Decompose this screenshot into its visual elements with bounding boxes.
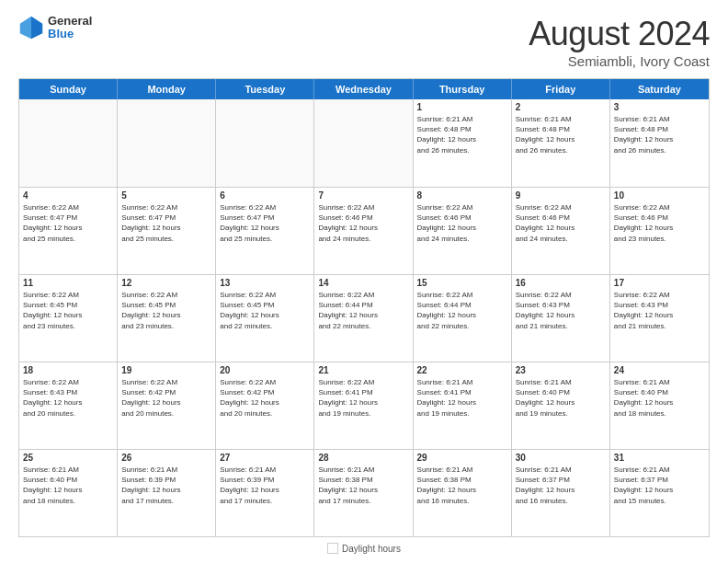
day-info: Sunrise: 6:21 AMSunset: 6:39 PMDaylight:… [121, 465, 211, 506]
header: General Blue August 2024 Semiambli, Ivor… [18, 15, 710, 69]
calendar-cell: 18Sunrise: 6:22 AMSunset: 6:43 PMDayligh… [19, 362, 118, 449]
day-info: Sunrise: 6:22 AMSunset: 6:46 PMDaylight:… [417, 202, 507, 244]
day-number: 6 [220, 190, 310, 201]
day-number: 30 [516, 453, 606, 463]
day-info: Sunrise: 6:22 AMSunset: 6:43 PMDaylight:… [614, 290, 705, 331]
calendar-header: SundayMondayTuesdayWednesdayThursdayFrid… [19, 79, 709, 99]
calendar-cell: 4Sunrise: 6:22 AMSunset: 6:47 PMDaylight… [19, 188, 118, 274]
day-number: 1 [417, 102, 507, 112]
day-number: 3 [614, 102, 705, 112]
calendar-day-header: Tuesday [216, 79, 314, 99]
day-number: 19 [121, 365, 211, 375]
day-number: 8 [417, 190, 507, 201]
calendar-cell: 6Sunrise: 6:22 AMSunset: 6:47 PMDaylight… [216, 188, 314, 274]
day-number: 5 [121, 190, 211, 201]
calendar-week: 4Sunrise: 6:22 AMSunset: 6:47 PMDaylight… [19, 187, 709, 274]
day-info: Sunrise: 6:21 AMSunset: 6:40 PMDaylight:… [516, 377, 606, 419]
calendar-week: 18Sunrise: 6:22 AMSunset: 6:43 PMDayligh… [19, 362, 709, 449]
calendar-cell: 31Sunrise: 6:21 AMSunset: 6:37 PMDayligh… [610, 450, 709, 536]
day-info: Sunrise: 6:22 AMSunset: 6:46 PMDaylight:… [318, 202, 408, 244]
day-info: Sunrise: 6:22 AMSunset: 6:44 PMDaylight:… [318, 290, 408, 331]
calendar-day-header: Friday [512, 79, 610, 99]
day-number: 9 [516, 190, 606, 201]
day-info: Sunrise: 6:21 AMSunset: 6:48 PMDaylight:… [516, 114, 606, 155]
day-number: 23 [516, 365, 606, 375]
calendar-cell: 28Sunrise: 6:21 AMSunset: 6:38 PMDayligh… [314, 450, 413, 536]
calendar-cell: 30Sunrise: 6:21 AMSunset: 6:37 PMDayligh… [512, 450, 610, 536]
logo-text: General Blue [48, 15, 92, 41]
day-number: 21 [318, 365, 408, 375]
logo-general: General [48, 15, 92, 28]
calendar-cell [216, 99, 314, 187]
day-info: Sunrise: 6:21 AMSunset: 6:37 PMDaylight:… [614, 465, 705, 506]
calendar-cell: 13Sunrise: 6:22 AMSunset: 6:45 PMDayligh… [216, 275, 314, 362]
day-info: Sunrise: 6:22 AMSunset: 6:43 PMDaylight:… [23, 377, 113, 419]
calendar-cell [118, 99, 216, 187]
footer: Daylight hours [18, 543, 710, 554]
day-number: 27 [220, 453, 310, 463]
calendar-cell: 20Sunrise: 6:22 AMSunset: 6:42 PMDayligh… [216, 362, 314, 449]
calendar-cell: 7Sunrise: 6:22 AMSunset: 6:46 PMDaylight… [314, 188, 413, 274]
day-info: Sunrise: 6:22 AMSunset: 6:46 PMDaylight:… [614, 202, 705, 244]
calendar-cell: 12Sunrise: 6:22 AMSunset: 6:45 PMDayligh… [118, 275, 216, 362]
day-number: 28 [318, 453, 408, 463]
calendar-day-header: Saturday [610, 79, 709, 99]
calendar-cell: 22Sunrise: 6:21 AMSunset: 6:41 PMDayligh… [414, 362, 512, 449]
calendar-cell: 11Sunrise: 6:22 AMSunset: 6:45 PMDayligh… [19, 275, 118, 362]
calendar-day-header: Thursday [414, 79, 512, 99]
day-number: 15 [417, 278, 507, 288]
day-number: 31 [614, 453, 705, 463]
logo-icon [18, 15, 44, 40]
calendar-cell: 21Sunrise: 6:22 AMSunset: 6:41 PMDayligh… [314, 362, 413, 449]
calendar-cell: 10Sunrise: 6:22 AMSunset: 6:46 PMDayligh… [610, 188, 709, 274]
title-block: August 2024 Semiambli, Ivory Coast [529, 15, 710, 69]
day-number: 12 [121, 278, 211, 288]
day-info: Sunrise: 6:22 AMSunset: 6:41 PMDaylight:… [318, 377, 408, 419]
calendar-cell [19, 99, 118, 187]
day-number: 4 [23, 190, 113, 201]
day-info: Sunrise: 6:22 AMSunset: 6:42 PMDaylight:… [121, 377, 211, 419]
page-subtitle: Semiambli, Ivory Coast [529, 53, 710, 69]
logo: General Blue [18, 15, 92, 41]
day-info: Sunrise: 6:21 AMSunset: 6:41 PMDaylight:… [417, 377, 507, 419]
day-number: 7 [318, 190, 408, 201]
day-number: 17 [614, 278, 705, 288]
day-info: Sunrise: 6:21 AMSunset: 6:38 PMDaylight:… [318, 465, 408, 506]
day-info: Sunrise: 6:21 AMSunset: 6:40 PMDaylight:… [614, 377, 705, 419]
svg-marker-3 [20, 17, 31, 40]
day-number: 11 [23, 278, 113, 288]
day-info: Sunrise: 6:21 AMSunset: 6:38 PMDaylight:… [417, 465, 507, 506]
day-info: Sunrise: 6:21 AMSunset: 6:37 PMDaylight:… [516, 465, 606, 506]
page-title: August 2024 [529, 15, 710, 53]
calendar-cell: 24Sunrise: 6:21 AMSunset: 6:40 PMDayligh… [610, 362, 709, 449]
day-number: 18 [23, 365, 113, 375]
calendar-week: 1Sunrise: 6:21 AMSunset: 6:48 PMDaylight… [19, 99, 709, 187]
day-number: 16 [516, 278, 606, 288]
calendar-week: 25Sunrise: 6:21 AMSunset: 6:40 PMDayligh… [19, 449, 709, 536]
page: General Blue August 2024 Semiambli, Ivor… [0, 0, 728, 563]
calendar-cell: 9Sunrise: 6:22 AMSunset: 6:46 PMDaylight… [512, 188, 610, 274]
day-info: Sunrise: 6:22 AMSunset: 6:46 PMDaylight:… [516, 202, 606, 244]
calendar-cell: 5Sunrise: 6:22 AMSunset: 6:47 PMDaylight… [118, 188, 216, 274]
day-info: Sunrise: 6:21 AMSunset: 6:39 PMDaylight:… [220, 465, 310, 506]
day-number: 25 [23, 453, 113, 463]
calendar-cell: 3Sunrise: 6:21 AMSunset: 6:48 PMDaylight… [610, 99, 709, 187]
day-info: Sunrise: 6:22 AMSunset: 6:45 PMDaylight:… [121, 290, 211, 331]
day-info: Sunrise: 6:22 AMSunset: 6:47 PMDaylight:… [121, 202, 211, 244]
calendar-cell: 16Sunrise: 6:22 AMSunset: 6:43 PMDayligh… [512, 275, 610, 362]
day-info: Sunrise: 6:22 AMSunset: 6:47 PMDaylight:… [23, 202, 113, 244]
day-info: Sunrise: 6:21 AMSunset: 6:48 PMDaylight:… [417, 114, 507, 155]
calendar-cell: 15Sunrise: 6:22 AMSunset: 6:44 PMDayligh… [414, 275, 512, 362]
day-info: Sunrise: 6:22 AMSunset: 6:44 PMDaylight:… [417, 290, 507, 331]
logo-blue: Blue [48, 28, 92, 40]
day-info: Sunrise: 6:22 AMSunset: 6:45 PMDaylight:… [23, 290, 113, 331]
calendar-cell: 25Sunrise: 6:21 AMSunset: 6:40 PMDayligh… [19, 450, 118, 536]
calendar-day-header: Monday [118, 79, 216, 99]
calendar-cell: 19Sunrise: 6:22 AMSunset: 6:42 PMDayligh… [118, 362, 216, 449]
calendar-cell: 2Sunrise: 6:21 AMSunset: 6:48 PMDaylight… [512, 99, 610, 187]
day-info: Sunrise: 6:22 AMSunset: 6:47 PMDaylight:… [220, 202, 310, 244]
legend-label: Daylight hours [342, 544, 401, 554]
calendar-cell: 27Sunrise: 6:21 AMSunset: 6:39 PMDayligh… [216, 450, 314, 536]
day-number: 13 [220, 278, 310, 288]
day-info: Sunrise: 6:22 AMSunset: 6:42 PMDaylight:… [220, 377, 310, 419]
